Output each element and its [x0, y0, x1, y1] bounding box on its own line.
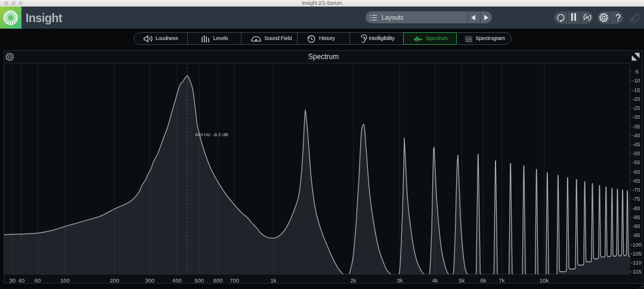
svg-text:-85: -85: [632, 214, 640, 220]
svg-text:3k: 3k: [397, 277, 402, 284]
svg-text:40: 40: [18, 277, 24, 284]
svg-text:-20: -20: [632, 96, 640, 102]
svg-text:5k: 5k: [459, 277, 465, 284]
svg-text:-10: -10: [632, 78, 640, 84]
svg-text:7k: 7k: [499, 277, 504, 284]
svg-text:-90: -90: [632, 223, 640, 229]
svg-text:2k: 2k: [350, 277, 356, 284]
svg-text:700: 700: [230, 277, 239, 284]
svg-text:30: 30: [9, 277, 16, 284]
svg-text:-5: -5: [633, 69, 638, 75]
svg-text:-30: -30: [632, 114, 640, 120]
svg-text:-65: -65: [632, 178, 640, 184]
svg-text:-80: -80: [632, 205, 640, 211]
svg-text:-45: -45: [632, 142, 640, 147]
svg-text:4k: 4k: [432, 277, 438, 284]
svg-text:1k: 1k: [270, 277, 276, 284]
svg-text:100: 100: [60, 277, 70, 284]
svg-text:60: 60: [34, 277, 41, 284]
svg-text:440 Hz: -8.2 dB: 440 Hz: -8.2 dB: [195, 132, 228, 137]
svg-text:200: 200: [110, 277, 119, 284]
svg-text:400: 400: [172, 277, 181, 284]
svg-text:10k: 10k: [539, 277, 549, 284]
svg-text:-95: -95: [632, 232, 640, 238]
svg-text:300: 300: [145, 277, 154, 284]
svg-text:-75: -75: [632, 196, 640, 202]
svg-text:-115: -115: [631, 269, 641, 275]
svg-text:500: 500: [194, 277, 204, 284]
svg-text:-55: -55: [632, 159, 640, 165]
svg-text:-40: -40: [632, 133, 640, 139]
svg-text:6k: 6k: [480, 277, 486, 284]
svg-text:-105: -105: [630, 251, 641, 257]
svg-text:-50: -50: [632, 150, 640, 156]
svg-text:-35: -35: [632, 124, 640, 130]
svg-text:-60: -60: [632, 169, 640, 175]
svg-text:-15: -15: [632, 87, 640, 93]
svg-text:-100: -100: [630, 242, 641, 248]
svg-text:-70: -70: [632, 187, 640, 193]
svg-text:600: 600: [213, 277, 222, 284]
svg-text:-25: -25: [632, 105, 640, 111]
svg-text:-110: -110: [631, 260, 641, 266]
